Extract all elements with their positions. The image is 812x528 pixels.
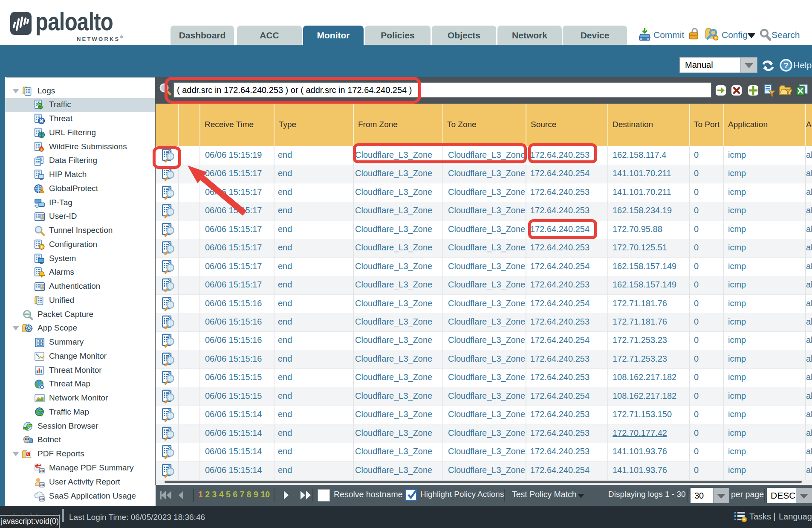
svg-text:?: ? [783, 61, 789, 70]
